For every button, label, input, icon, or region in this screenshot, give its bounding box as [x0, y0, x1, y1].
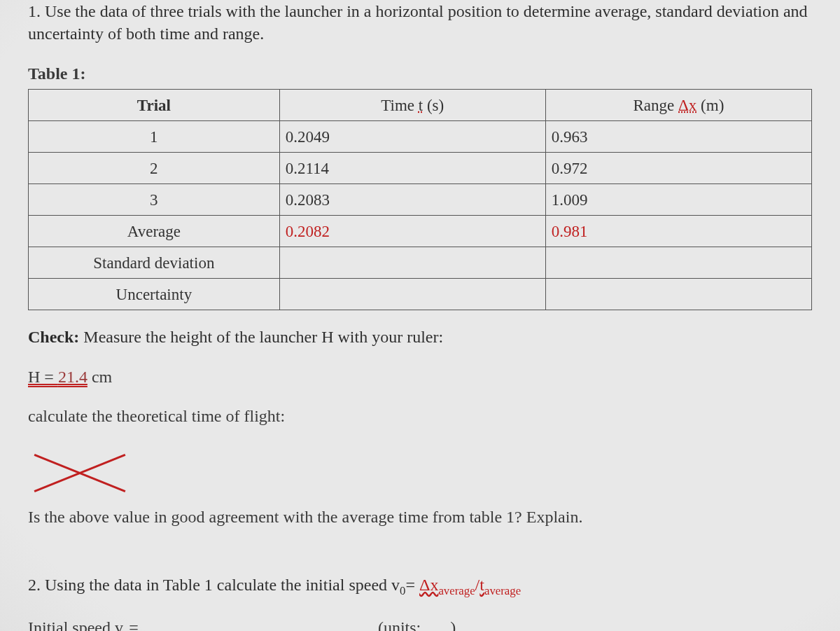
cell-trial: 2 — [29, 153, 280, 184]
col-time-header: Time t (s) — [279, 90, 545, 121]
cell-time: 0.2114 — [279, 153, 545, 184]
question-1-text: 1. Use the data of three trials with the… — [28, 0, 812, 46]
cell-trial: 3 — [29, 184, 280, 216]
calc-time-line: calculate the theoretical time of flight… — [28, 405, 812, 427]
red-x-mark-icon — [31, 444, 129, 500]
cell-trial: Average — [29, 216, 280, 247]
table-row-average: Average 0.2082 0.981 — [29, 216, 812, 247]
data-table: Trial Time t (s) Range Δx (m) 1 0.2049 0… — [28, 89, 812, 310]
question-2-text: 2. Using the data in Table 1 calculate t… — [28, 574, 812, 599]
col-range-header: Range Δx (m) — [545, 90, 811, 121]
cell-range — [545, 279, 811, 310]
height-value-line: H = 21.4 cm — [28, 366, 812, 388]
cell-range — [545, 247, 811, 279]
cell-range: 0.981 — [545, 216, 811, 247]
initial-speed-line: Initial speed vo= (units: ) — [28, 616, 812, 631]
cell-trial: Uncertainty — [29, 279, 280, 310]
table-row: 1 0.2049 0.963 — [29, 121, 812, 153]
cell-range: 0.972 — [545, 153, 811, 184]
agreement-question: Is the above value in good agreement wit… — [28, 506, 812, 528]
check-line: Check: Measure the height of the launche… — [28, 326, 812, 348]
cell-trial: 1 — [29, 121, 280, 153]
cell-time: 0.2083 — [279, 184, 545, 216]
table-1-label: Table 1: — [28, 62, 812, 85]
cell-time — [279, 247, 545, 279]
cell-range: 0.963 — [545, 121, 811, 153]
table-row-stddev: Standard deviation — [29, 247, 812, 279]
table-row: 3 0.2083 1.009 — [29, 184, 812, 216]
cell-time: 0.2082 — [279, 216, 545, 247]
col-trial-header: Trial — [29, 90, 280, 121]
table-row-uncertainty: Uncertainty — [29, 279, 812, 310]
table-row: 2 0.2114 0.972 — [29, 153, 812, 184]
units-blank — [360, 616, 378, 631]
cell-time — [279, 279, 545, 310]
cell-time: 0.2049 — [279, 121, 545, 153]
cell-range: 1.009 — [545, 184, 811, 216]
cell-trial: Standard deviation — [29, 247, 280, 279]
